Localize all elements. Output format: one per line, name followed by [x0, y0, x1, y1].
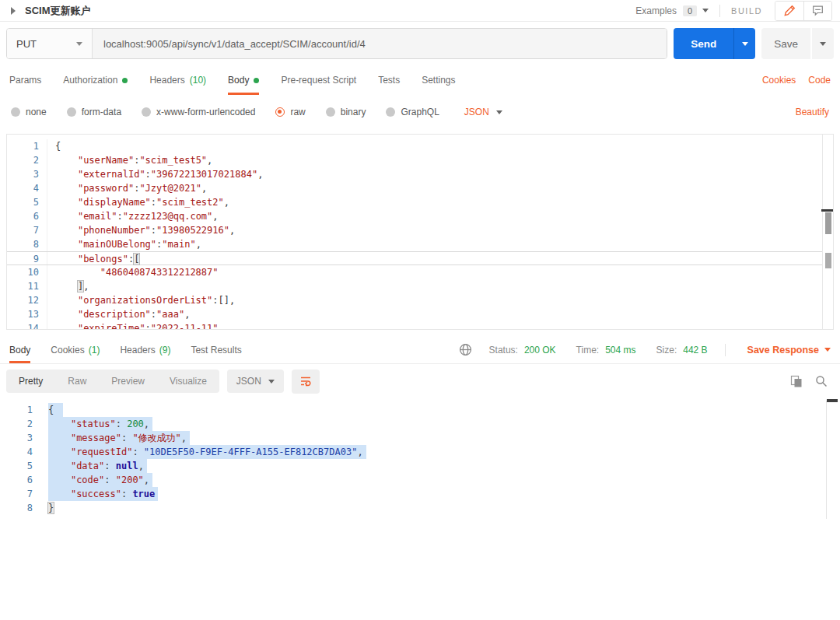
response-body-viewer[interactable]: 1{2 "status": 200,3 "message": "修改成功",4 …: [0, 398, 840, 515]
line-number: 5: [7, 195, 47, 209]
code-line: 5 "displayName":"scim_test2",: [7, 195, 833, 209]
globe-icon[interactable]: [459, 343, 472, 356]
radio-form-data-icon: [67, 107, 76, 117]
save-button[interactable]: Save: [761, 28, 810, 59]
view-preview[interactable]: Preview: [99, 370, 157, 393]
save-dropdown-button[interactable]: [812, 28, 834, 59]
code-line: 13 "description":"aaa",: [7, 307, 833, 321]
response-tab-headers[interactable]: Headers(9): [120, 336, 170, 363]
radio-x-www-form-urlencoded[interactable]: x-www-form-urlencoded: [142, 107, 255, 117]
wrap-text-icon: [299, 375, 312, 387]
code-line: 7 "phoneNumber":"13980522916",: [7, 223, 833, 237]
code-line: 6 "email":"zzzz123@qq.com",: [7, 209, 833, 223]
response-tabs: Body Cookies(1) Headers(9) Test Results …: [0, 336, 840, 364]
request-editor-scrollbar[interactable]: [822, 135, 833, 329]
beautify-link[interactable]: Beautify: [796, 107, 829, 117]
response-toolbar: Pretty Raw Preview Visualize JSON: [0, 364, 840, 398]
line-number: 3: [0, 431, 40, 445]
line-number: 10: [7, 265, 47, 279]
search-button[interactable]: [815, 375, 828, 387]
response-format-select[interactable]: JSON: [227, 370, 284, 393]
line-number: 6: [0, 473, 40, 487]
response-tab-test-results[interactable]: Test Results: [191, 336, 241, 363]
tab-params[interactable]: Params: [9, 65, 41, 95]
radio-form-data[interactable]: form-data: [67, 107, 121, 117]
radio-graphql-icon: [386, 107, 395, 117]
tab-settings[interactable]: Settings: [422, 65, 455, 95]
response-scrollbar[interactable]: [826, 401, 827, 519]
tab-body[interactable]: Body: [228, 65, 259, 95]
code-line-text: "status": 200,: [48, 417, 152, 431]
scrollbar-annotation-tick: [821, 209, 833, 212]
line-number: 2: [0, 417, 40, 431]
header-actions: Examples 0 BUILD: [635, 1, 832, 21]
code-line: 2 "userName":"scim_test5",: [7, 153, 833, 167]
response-tab-body[interactable]: Body: [9, 336, 30, 363]
code-link[interactable]: Code: [808, 75, 831, 86]
divider: [725, 344, 726, 356]
authorization-status-dot: [122, 78, 128, 83]
method-caret-icon: [76, 42, 82, 46]
divider: [719, 5, 720, 17]
view-pretty[interactable]: Pretty: [6, 370, 55, 393]
send-button[interactable]: Send: [674, 28, 733, 59]
collapse-caret-icon[interactable]: [11, 7, 16, 15]
response-meta: Status: 200 OK Time: 504 ms Size: 442 B …: [459, 343, 831, 356]
save-response-button[interactable]: Save Response: [747, 345, 831, 356]
code-line-text: "email":"zzzz123@qq.com",: [55, 209, 219, 223]
pencil-icon: [784, 5, 796, 16]
comment-icon: [812, 5, 824, 16]
send-button-group: Send: [674, 28, 755, 59]
radio-binary[interactable]: binary: [326, 107, 366, 117]
size-value: 442 B: [683, 345, 707, 356]
search-icon: [815, 375, 828, 387]
comments-button[interactable]: [803, 2, 831, 20]
wrap-text-button[interactable]: [292, 370, 320, 394]
request-url-row: PUT localhost:9005/api/sync/v1/data_acce…: [0, 22, 840, 65]
content-type-select[interactable]: JSON: [464, 107, 502, 117]
edit-button[interactable]: [775, 2, 803, 20]
cookies-count: (1): [89, 345, 100, 356]
app-header: SCIM更新账户 Examples 0 BUILD: [0, 0, 840, 22]
code-line-text: "code": "200",: [48, 473, 152, 487]
tab-authorization[interactable]: Authorization: [63, 65, 128, 95]
code-line: 5 "data": null,: [0, 459, 840, 473]
send-dropdown-button[interactable]: [733, 28, 755, 59]
examples-dropdown-icon[interactable]: [702, 9, 709, 12]
response-tab-cookies[interactable]: Cookies(1): [51, 336, 100, 363]
url-input[interactable]: localhost:9005/api/sync/v1/data_accept/S…: [93, 29, 667, 58]
radio-raw[interactable]: raw: [275, 107, 305, 117]
code-line: 3 "externalId":"39672213017021884",: [7, 167, 833, 181]
radio-none[interactable]: none: [11, 107, 47, 117]
code-line-text: ],: [55, 279, 89, 293]
code-line: 7 "success": true: [0, 487, 840, 501]
view-visualize[interactable]: Visualize: [157, 370, 219, 393]
code-line-text: "phoneNumber":"13980522916",: [55, 223, 235, 237]
method-select[interactable]: PUT: [7, 29, 93, 58]
send-caret-icon: [742, 42, 748, 46]
examples-label[interactable]: Examples: [635, 5, 677, 16]
request-code: 1{2 "userName":"scim_test5",3 "externalI…: [7, 139, 833, 330]
request-body-editor[interactable]: 1{2 "userName":"scim_test5",3 "externalI…: [6, 134, 834, 330]
cookies-link[interactable]: Cookies: [762, 75, 796, 86]
tab-headers[interactable]: Headers(10): [149, 65, 206, 95]
code-line-text: }: [48, 501, 54, 515]
method-url-group: PUT localhost:9005/api/sync/v1/data_acce…: [6, 28, 667, 59]
radio-graphql[interactable]: GraphQL: [386, 107, 439, 117]
code-line: 4 "password":"Jzyt@2021",: [7, 181, 833, 195]
code-line-text: {: [55, 139, 61, 153]
response-scrollbar-annotation: [827, 399, 838, 402]
scrollbar-thumb[interactable]: [825, 212, 831, 234]
view-raw[interactable]: Raw: [55, 370, 99, 393]
line-number: 13: [7, 307, 47, 321]
line-number: 3: [7, 167, 47, 181]
copy-button[interactable]: [790, 375, 803, 387]
code-line: 1{: [0, 403, 840, 417]
tab-tests[interactable]: Tests: [378, 65, 400, 95]
tab-pre-request-script[interactable]: Pre-request Script: [281, 65, 356, 95]
line-number: 4: [7, 181, 47, 195]
content-type-value: JSON: [464, 107, 489, 117]
status-value: 200 OK: [524, 345, 556, 356]
code-line: 2 "status": 200,: [0, 417, 840, 431]
line-number: 8: [0, 501, 40, 515]
